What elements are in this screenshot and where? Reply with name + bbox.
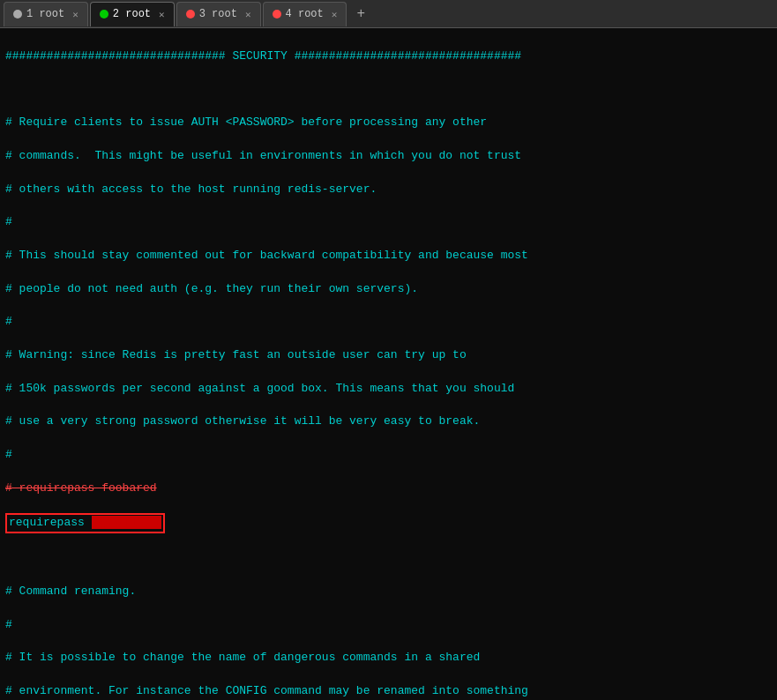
tab-dot-2: [100, 10, 108, 19]
line-1: ################################ SECURIT…: [5, 48, 772, 65]
line-10: # Warning: since Redis is pretty fast an…: [5, 347, 772, 364]
line-blank-2: [5, 550, 772, 567]
line-17: #: [5, 617, 772, 634]
tab-close-4[interactable]: ✕: [332, 9, 338, 20]
tab-label-3: 3 root: [199, 8, 237, 20]
tab-4[interactable]: 4 root ✕: [263, 2, 347, 26]
line-18: # It is possible to change the name of d…: [5, 650, 772, 666]
requirepass-line: requirepass P@rall25%: [5, 513, 772, 533]
line-11: # 150k passwords per second against a go…: [5, 381, 772, 398]
tab-close-2[interactable]: ✕: [159, 9, 165, 20]
line-5: # others with access to the host running…: [5, 182, 772, 198]
add-tab-button[interactable]: +: [350, 4, 371, 25]
tab-1[interactable]: 1 root ✕: [4, 2, 88, 26]
tab-label-1: 1 root: [26, 8, 64, 20]
requirepass-password: P@rall25%: [92, 516, 161, 529]
terminal-content: ################################ SECURIT…: [0, 28, 777, 700]
tab-3[interactable]: 3 root ✕: [176, 2, 261, 26]
line-14: # requirepass foobared: [5, 480, 772, 497]
line-3: # Require clients to issue AUTH <PASSWOR…: [5, 115, 772, 131]
requirepass-box: requirepass P@rall25%: [5, 513, 165, 533]
line-cmd-renaming: # Command renaming.: [5, 584, 772, 600]
line-12: # use a very strong password otherwise i…: [5, 413, 772, 430]
tab-bar: 1 root ✕ 2 root ✕ 3 root ✕ 4 root ✕ +: [0, 0, 777, 28]
tab-label-2: 2 root: [113, 8, 151, 20]
tab-dot-4: [273, 10, 281, 19]
line-8: # people do not need auth (e.g. they run…: [5, 281, 772, 298]
line-6: #: [5, 214, 772, 231]
tab-dot-1: [13, 10, 22, 19]
line-blank-1: [5, 82, 772, 99]
line-7: # This should stay commented out for bac…: [5, 248, 772, 264]
tab-2[interactable]: 2 root ✕: [90, 2, 175, 26]
line-9: #: [5, 314, 772, 331]
strikethrough-requirepass: # requirepass foobared: [5, 481, 157, 495]
line-13: #: [5, 447, 772, 464]
tab-label-4: 4 root: [286, 8, 324, 20]
line-4: # commands. This might be useful in envi…: [5, 148, 772, 165]
tab-close-1[interactable]: ✕: [72, 9, 78, 20]
tab-dot-3: [186, 10, 195, 19]
line-19: # environment. For instance the CONFIG c…: [5, 683, 772, 700]
tab-close-3[interactable]: ✕: [245, 9, 251, 20]
